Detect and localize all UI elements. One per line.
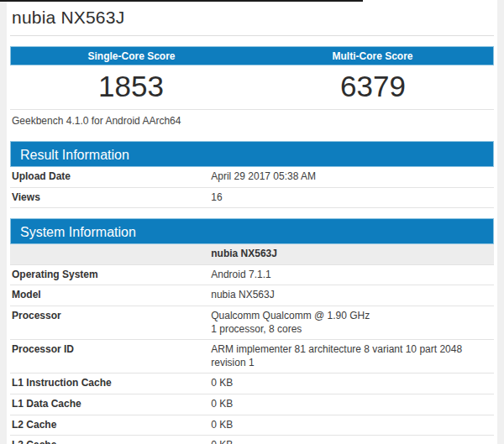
row-label: L1 Instruction Cache <box>10 373 209 394</box>
result-information-heading: Result Information <box>10 141 494 167</box>
row-label: L3 Cache <box>10 436 209 444</box>
score-values: 1853 6379 <box>10 65 494 110</box>
multi-core-score-header: Multi-Core Score <box>252 50 493 62</box>
table-row-model: Model nubia NX563J <box>10 285 494 306</box>
processor-cores-line: 1 processor, 8 cores <box>211 323 492 337</box>
row-value: 0 KB <box>209 415 494 436</box>
result-information-table: Upload Date April 29 2017 05:38 AM Views… <box>10 167 494 208</box>
table-row-operating-system: Operating System Android 7.1.1 <box>10 264 494 285</box>
row-label: Views <box>10 187 209 208</box>
table-row-l3-cache: L3 Cache 0 KB <box>10 436 494 444</box>
system-information-table: nubia NX563J Operating System Android 7.… <box>10 244 494 444</box>
page-title: nubia NX563J <box>10 0 494 28</box>
table-row-upload-date: Upload Date April 29 2017 05:38 AM <box>10 167 494 187</box>
table-header-row: nubia NX563J <box>10 244 494 264</box>
row-label: L2 Cache <box>10 415 209 436</box>
row-value: 0 KB <box>209 394 494 415</box>
row-label: Model <box>10 285 209 306</box>
table-row-l2-cache: L2 Cache 0 KB <box>10 415 494 436</box>
benchmark-result-page: nubia NX563J Single-Core Score Multi-Cor… <box>7 0 497 444</box>
system-information-heading: System Information <box>10 218 494 244</box>
table-header-empty-cell <box>10 244 209 264</box>
row-label: Operating System <box>10 264 209 285</box>
row-label: Processor <box>10 306 209 339</box>
table-row-processor-id: Processor ID ARM implementer 81 architec… <box>10 340 494 373</box>
table-row-l1-data-cache: L1 Data Cache 0 KB <box>10 394 494 415</box>
device-name-header: nubia NX563J <box>209 244 494 264</box>
multi-core-score-value: 6379 <box>252 70 494 103</box>
benchmark-version-caption: Geekbench 4.1.0 for Android AArch64 <box>10 110 494 127</box>
row-label: L1 Data Cache <box>10 394 209 415</box>
single-core-score-header: Single-Core Score <box>11 50 252 62</box>
title-divider <box>10 35 494 36</box>
score-banner: Single-Core Score Multi-Core Score <box>10 46 494 65</box>
table-row-processor: Processor Qualcomm Qualcomm @ 1.90 GHz 1… <box>10 306 494 339</box>
table-row-l1-instruction-cache: L1 Instruction Cache 0 KB <box>10 373 494 394</box>
table-row-views: Views 16 <box>10 187 494 208</box>
row-value: 16 <box>209 187 494 208</box>
processor-name-line: Qualcomm Qualcomm @ 1.90 GHz <box>211 310 492 323</box>
screenshot-edge-artifact <box>0 0 363 2</box>
row-label: Upload Date <box>10 167 209 187</box>
row-value: 0 KB <box>209 373 494 394</box>
row-value: Android 7.1.1 <box>209 264 494 285</box>
row-value: nubia NX563J <box>209 285 494 306</box>
single-core-score-value: 1853 <box>10 70 252 103</box>
row-value: ARM implementer 81 architecture 8 varian… <box>209 340 494 373</box>
row-label: Processor ID <box>10 340 209 373</box>
row-value: 0 KB <box>209 436 494 444</box>
row-value: Qualcomm Qualcomm @ 1.90 GHz 1 processor… <box>209 306 494 339</box>
row-value: April 29 2017 05:38 AM <box>209 167 494 187</box>
